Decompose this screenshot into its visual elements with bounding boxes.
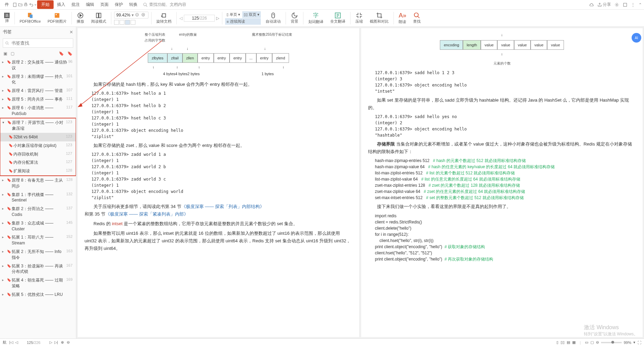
status-page-nav[interactable]: |◁◁ 125/226 ▷▷| — [9, 340, 58, 345]
play-btn[interactable]: 播放 — [75, 12, 86, 24]
translate-icon — [334, 12, 341, 19]
search-placeholder[interactable]: 查找功能、文档内容 — [149, 2, 186, 8]
bookmark-item[interactable]: ▸🔖拓展 2：无所不知 —— Info 指令163 — [0, 247, 76, 262]
pdf-to-image[interactable]: PDF转图片 — [46, 12, 69, 24]
find-icon — [413, 12, 420, 19]
fullscreen-icon[interactable]: ⛶ — [637, 341, 641, 345]
menu-annot[interactable]: 批注 — [69, 0, 82, 9]
bookmark-item[interactable]: ▸🔖集群 2：分而治之 —— Codis137 — [0, 205, 76, 219]
window-icon[interactable] — [623, 2, 628, 7]
single-page-btn[interactable]: ▯ 单页 ▾ — [225, 11, 242, 18]
bookmark-item[interactable]: ▸🔖拓展 3：拾遗漏补 —— 再谈分布式锁167 — [0, 262, 76, 276]
fit-icons[interactable] — [114, 20, 149, 25]
menu-insert[interactable]: 插入 — [54, 0, 68, 9]
zoom-box[interactable]: 99.42% ▾ — [114, 12, 149, 19]
speak-btn[interactable]: A»朗读 — [397, 12, 408, 24]
bookmark-item[interactable]: ▸🔖集群 3：众志成城 —— Cluster145 — [0, 219, 76, 233]
print-icon[interactable] — [23, 2, 28, 7]
zoom-out-status[interactable]: ⊖ — [596, 340, 599, 345]
bookmark-item[interactable]: ▾🔖原理 7：开源节流 —— 小对象压缩123 — [0, 118, 76, 133]
status-minus-icon[interactable]: ⊖ — [67, 340, 70, 345]
view-grid-icon[interactable]: ▦ — [572, 340, 576, 345]
svg-point-4 — [616, 4, 618, 5]
bookmark-item[interactable]: ▸🔖原理 3：未雨绸缪 —— 持久化101 — [0, 72, 76, 87]
svg-rect-0 — [13, 3, 16, 7]
menu-page[interactable]: 页面 — [98, 0, 111, 9]
fulltrans-btn[interactable]: 全文翻译 — [328, 12, 347, 24]
view-single-icon[interactable]: ▯ — [556, 340, 558, 345]
menu-edit[interactable]: 编辑 — [83, 0, 97, 9]
svg-point-3 — [144, 3, 146, 5]
bookmark-item[interactable]: ▸🔖拓展 5：优胜劣汰 —— LRU — [0, 290, 76, 299]
zoom-in-icon[interactable] — [141, 13, 146, 18]
compress-btn[interactable]: 压缩 — [353, 12, 365, 24]
book-icon — [95, 12, 102, 19]
bookmark-item[interactable]: ▸🔖原理 4：雷厉风行 —— 管道107 — [0, 86, 76, 95]
bookmark-child[interactable]: 🔖内存回收机制127 — [0, 150, 76, 159]
huaci-btn[interactable]: 字划词翻译 — [306, 12, 325, 24]
select-group[interactable]: 选择 — [2, 13, 12, 23]
double-page-btn[interactable]: ▯▯ 双页 ▾ — [242, 11, 261, 18]
bookmark-item[interactable]: ▸🔖集群 1：李代桃僵 —— Sentinel132 — [0, 191, 76, 205]
page-nav[interactable]: ◁ 125/226 ▷ — [179, 15, 219, 22]
bookmark-child[interactable]: 🔖内存分配算法127 — [0, 158, 76, 167]
svg-rect-7 — [30, 15, 32, 18]
share-label[interactable]: 分享 — [603, 2, 611, 8]
scroll-icon — [270, 12, 277, 19]
pdf-office-icon — [27, 12, 34, 19]
bookmark-item[interactable]: ▸🔖拓展 4：朝生暮死 —— 过期策略169 — [0, 276, 76, 290]
close-sidebar-icon[interactable]: ✕ — [69, 30, 73, 35]
svg-rect-5 — [623, 3, 626, 6]
search-icon[interactable] — [143, 2, 148, 7]
pdf-to-office[interactable]: PDF转Office — [18, 12, 43, 24]
zoom-out-icon[interactable] — [135, 13, 140, 18]
bookmark-child[interactable]: 🔖32bit vs 64bit123 — [0, 133, 76, 141]
bookmark-item[interactable]: ▸🔖拓展 1：耳听八方 —— Stream152 — [0, 233, 76, 247]
bookmark-item[interactable]: ▸🔖原理 5：同舟共济 —— 事务111 — [0, 95, 76, 104]
svg-rect-2 — [25, 3, 27, 4]
moon-icon — [291, 12, 298, 19]
rotate-btn[interactable]: 旋转文档 — [154, 12, 174, 24]
cloud-icon[interactable] — [589, 2, 594, 7]
menubar: 件 ▾ 开始 插入 批注 编辑 页面 保护 转换 查找功能、文档内容 分享 ⋮ … — [0, 0, 644, 10]
statusbar: 航 |◁◁ 125/226 ▷▷| ⊕ ⊖ ▯ ▯▯ ▤ ▦ | ▭ ▢ ⊖ 9… — [0, 338, 644, 346]
share-icon[interactable] — [597, 2, 602, 7]
folder-icon[interactable] — [18, 2, 23, 7]
nav-label: 航 — [3, 340, 7, 345]
view-double-icon[interactable]: ▯▯ — [560, 340, 565, 345]
bookmark-child[interactable]: 🔖扩展阅读128 — [0, 167, 76, 175]
sidebar-tools[interactable]: ▣▢🔖🔖 — [0, 49, 76, 58]
menu-start[interactable]: 开始 — [37, 0, 54, 9]
zoom-level[interactable]: 99% — [624, 341, 631, 345]
sidebar-title: 书签 — [3, 29, 12, 35]
pdf-page-left: 整个压缩列表 占用的字节数 entry的数量 魔术整数255用于标记结束 ↓↓↓… — [78, 28, 359, 337]
autoscroll-btn[interactable]: 自动滚动 — [264, 12, 283, 24]
status-add-icon[interactable]: ⊕ — [61, 340, 64, 345]
view-cont-icon[interactable]: ▤ — [567, 340, 570, 345]
fit-page-icon[interactable]: ▢ — [590, 340, 594, 345]
play-icon — [77, 12, 84, 19]
svg-point-16 — [414, 13, 419, 17]
pdf-page-right: ↓ encodinglengthvaluevaluevaluevaluevalu… — [361, 28, 643, 337]
bg-btn[interactable]: 背景 — [289, 12, 300, 24]
bookmark-item[interactable]: ▸🔖原理 6：小道消息 —— PubSub117 — [0, 104, 76, 118]
continuous-btn[interactable]: ≡ 连续阅读 — [225, 18, 261, 25]
ai-assistant-button[interactable]: AI — [632, 33, 641, 43]
undo-icon[interactable] — [29, 2, 34, 7]
pdf-img-icon — [54, 12, 60, 19]
gear-icon[interactable] — [614, 2, 619, 7]
menu-file[interactable]: 件 — [2, 0, 12, 9]
doc-icon[interactable] — [12, 2, 17, 7]
crop-btn[interactable]: 截图和对比 — [368, 12, 391, 24]
ribbon: 选择 PDF转Office PDF转图片 播放 阅读模式 99.42% ▾ 旋转… — [0, 10, 644, 27]
menu-convert[interactable]: 转换 — [126, 0, 140, 9]
bookmark-item[interactable]: ▸🔖原理 8：有备无患 —— 主从同步128 — [0, 176, 76, 191]
fit-width-icon[interactable]: ▭ — [585, 340, 588, 345]
bookmark-search-input[interactable] — [3, 38, 73, 48]
bookmark-child[interactable]: 🔖小对象压缩存储 (ziplist)123 — [0, 141, 76, 150]
read-mode-btn[interactable]: 阅读模式 — [89, 12, 108, 24]
sidebar: 书签✕ ▣▢🔖🔖 ▸🔖原理 2：交头接耳 —— 通信协议96▸🔖原理 3：未雨绸… — [0, 27, 76, 338]
find-btn[interactable]: 查找 — [411, 12, 423, 24]
menu-protect[interactable]: 保护 — [112, 0, 126, 9]
bookmark-item[interactable]: ▸🔖原理 2：交头接耳 —— 通信协议96 — [0, 58, 76, 72]
